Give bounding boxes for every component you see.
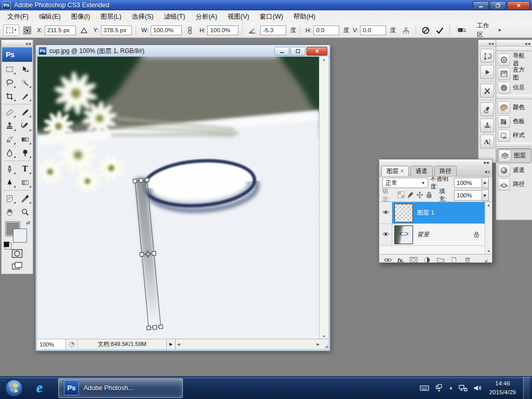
network-icon[interactable] [458, 384, 468, 392]
start-button[interactable] [4, 378, 24, 398]
menu-help[interactable]: 帮助(H) [288, 10, 321, 23]
slice-tool[interactable] [17, 89, 33, 103]
scroll-up-icon[interactable]: ▲ [322, 58, 326, 61]
zoom-level-field[interactable]: 100% [37, 339, 66, 349]
quick-mask-button[interactable] [2, 247, 33, 260]
delete-layer-button[interactable] [463, 257, 472, 264]
histogram-panel-button[interactable]: 直方图 [496, 66, 532, 81]
lock-pixels-icon[interactable] [407, 191, 414, 200]
tab-channels[interactable]: 通道 [410, 166, 433, 176]
icon-dock-collapse[interactable]: ◀◀ [478, 40, 496, 47]
background-name[interactable]: 背景 [417, 231, 429, 238]
photoshop-task-button[interactable]: Ps Adobe Photosh... [58, 378, 183, 398]
menu-select[interactable]: 选择(S) [127, 10, 159, 23]
notes-tool[interactable] [2, 192, 17, 205]
background-thumbnail[interactable] [394, 225, 413, 244]
move-tool[interactable] [17, 62, 33, 76]
canvas[interactable] [37, 57, 319, 339]
show-hidden-icons-button[interactable]: ▲ [449, 385, 453, 390]
blend-mode-select[interactable]: 正常 ▼ [382, 178, 428, 188]
eraser-tool[interactable] [2, 132, 17, 146]
tab-close-icon[interactable]: × [401, 168, 404, 174]
history-panel-button[interactable] [480, 49, 494, 63]
width-input[interactable]: 100.0% [151, 25, 182, 35]
reference-point-icon[interactable] [21, 24, 33, 36]
height-input[interactable]: 100.0% [207, 25, 238, 35]
tool-presets-panel-button[interactable] [480, 84, 494, 98]
scroll-up-icon[interactable]: ▲ [487, 203, 490, 207]
actions-panel-button[interactable] [480, 65, 494, 79]
channels-panel-button[interactable]: 通道 [496, 163, 532, 177]
clock[interactable]: 14:46 2015/4/29 [489, 379, 516, 396]
spot-healing-tool[interactable] [2, 105, 17, 119]
menu-edit[interactable]: 编辑(E) [34, 10, 66, 23]
layer-row-layer1[interactable]: 图层 1 [379, 202, 485, 224]
commit-transform-button[interactable] [434, 24, 446, 36]
gradient-tool[interactable] [17, 132, 33, 146]
opacity-spinner[interactable]: ▶ [482, 177, 489, 189]
fill-spinner[interactable]: ▶ [482, 190, 489, 201]
scroll-down-icon[interactable]: ▼ [487, 249, 490, 253]
background-color-swatch[interactable] [13, 229, 27, 243]
close-button[interactable] [507, 1, 530, 10]
menu-file[interactable]: 文件(F) [2, 10, 34, 23]
menu-layer[interactable]: 图层(L) [95, 10, 126, 23]
layer-style-button[interactable]: fx. [397, 257, 404, 263]
go-to-bridge-button[interactable]: Br [454, 24, 471, 36]
lock-position-icon[interactable] [416, 191, 423, 200]
lock-all-icon[interactable] [425, 191, 433, 200]
lasso-tool[interactable] [2, 76, 17, 89]
scroll-down-icon[interactable]: ▼ [322, 335, 326, 338]
layers-panel-button[interactable]: 图层 [497, 148, 531, 163]
visibility-toggle[interactable] [379, 224, 392, 245]
resize-grip[interactable]: ◢ [321, 339, 328, 349]
v-skew-input[interactable]: 0.0 [360, 25, 386, 35]
minimize-button[interactable] [473, 1, 489, 10]
menu-image[interactable]: 图像(I) [66, 10, 96, 23]
status-flyout-button[interactable]: ▶ [167, 339, 176, 349]
brush-tool[interactable] [17, 105, 33, 119]
warp-mode-button[interactable] [400, 24, 412, 36]
labeled-dock-collapse[interactable]: ◀◀ [496, 40, 532, 47]
scroll-left-icon[interactable]: ◀ [177, 342, 180, 347]
pen-tool[interactable] [2, 162, 17, 176]
horizontal-scrollbar[interactable]: ◀ ▶ [176, 339, 321, 349]
new-layer-button[interactable] [450, 257, 458, 264]
paths-panel-button[interactable]: 路径 [496, 177, 532, 191]
hand-tool[interactable] [2, 205, 17, 219]
tab-layers[interactable]: 图层 × [381, 166, 409, 176]
menu-analysis[interactable]: 分析(A) [190, 10, 222, 23]
add-mask-button[interactable] [409, 257, 418, 264]
scroll-right-icon[interactable]: ▶ [317, 342, 320, 347]
clone-source-panel-button[interactable] [480, 118, 494, 132]
character-panel-button[interactable]: A| [480, 135, 494, 149]
document-titlebar[interactable]: Ps cup.jpg @ 100% (图层 1, RGB/8#) [36, 45, 330, 57]
color-panel-button[interactable]: 颜色 [496, 100, 532, 114]
layer1-thumbnail[interactable] [394, 204, 413, 222]
swap-colors-icon[interactable]: ⇄ [26, 220, 30, 225]
panel-menu-icon[interactable]: ▾≡ [485, 169, 490, 175]
internet-explorer-icon[interactable]: e [30, 379, 49, 397]
adjustment-layer-button[interactable] [423, 257, 431, 264]
layer1-name[interactable]: 图层 1 [417, 209, 434, 217]
doc-close-button[interactable] [307, 47, 327, 56]
fill-input[interactable]: 100% [454, 190, 482, 201]
cup-photo[interactable] [37, 57, 319, 339]
group-strip[interactable] [496, 142, 532, 147]
default-colors-icon[interactable] [4, 242, 9, 247]
group-strip[interactable] [496, 95, 532, 99]
show-desktop-button[interactable] [523, 377, 530, 399]
link-layers-button[interactable] [384, 257, 392, 264]
eyedropper-tool[interactable] [17, 192, 33, 205]
menu-filter[interactable]: 滤镜(T) [158, 10, 190, 23]
rectangular-marquee-tool[interactable] [2, 62, 17, 76]
app-titlebar[interactable]: Ps Adobe Photoshop CS3 Extended [0, 0, 532, 10]
blur-tool[interactable] [2, 146, 17, 159]
clone-stamp-tool[interactable] [2, 119, 17, 132]
quick-selection-tool[interactable] [17, 76, 33, 89]
language-bar-icon[interactable] [434, 384, 444, 392]
swatches-panel-button[interactable]: 色板 [496, 114, 532, 128]
shape-tool[interactable] [17, 176, 33, 189]
dodge-tool[interactable] [17, 146, 33, 159]
panel-collapse-strip[interactable]: ▶▶ [379, 159, 492, 165]
